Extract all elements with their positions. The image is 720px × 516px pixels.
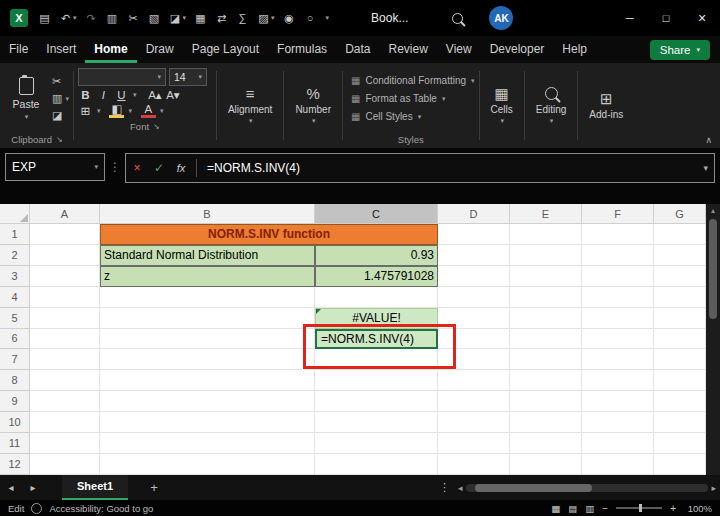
cell[interactable] [30,287,100,308]
font-size-select[interactable]: 14▾ [169,68,207,86]
next-sheet-button[interactable]: ▸ [22,482,44,493]
close-button[interactable]: × [684,0,720,36]
previous-sheet-button[interactable]: ◂ [0,482,22,493]
redo-button[interactable]: ↷ [81,12,102,25]
row-header-4[interactable]: 4 [0,287,30,308]
zoom-slider[interactable] [616,507,662,509]
scroll-left-icon[interactable]: ◂ [458,483,463,493]
format-painter-button[interactable]: ◪ [52,109,69,122]
cell[interactable] [510,349,582,370]
cell[interactable] [100,308,315,329]
cell[interactable] [654,370,706,391]
cell[interactable] [315,287,438,308]
cell[interactable] [100,391,315,412]
row-header-1[interactable]: 1 [0,224,30,245]
cell[interactable] [582,412,654,433]
cell[interactable] [438,308,510,329]
cell[interactable] [30,391,100,412]
cell[interactable] [510,266,582,287]
add-sheet-button[interactable]: + [144,480,164,495]
decrease-font-button[interactable]: A▾ [165,88,180,102]
name-box[interactable]: EXP ▾ [5,153,105,181]
cell[interactable] [654,349,706,370]
scroll-right-icon[interactable]: ▸ [711,483,716,493]
table-button[interactable]: ▦ [190,12,211,25]
more-commands-button[interactable]: ▾ [321,14,334,22]
cell[interactable] [582,391,654,412]
formula-input[interactable]: =NORM.S.INV(4) [201,161,703,175]
row-header-12[interactable]: 12 [0,454,30,475]
tab-formulas[interactable]: Formulas [268,36,336,63]
vertical-scrollbar-thumb[interactable] [709,219,717,319]
cell[interactable] [654,287,706,308]
enter-button[interactable]: ✓ [148,161,170,175]
cell[interactable] [582,349,654,370]
cell[interactable] [654,245,706,266]
copy-button[interactable]: ▥▾ [52,92,69,105]
picture-button[interactable]: ▧ [144,12,165,25]
format-as-table-button[interactable]: ▦Format as Table▾ [347,91,475,106]
cell[interactable] [30,224,100,245]
maximize-button[interactable]: □ [648,0,684,36]
cell[interactable] [315,370,438,391]
chart-button[interactable]: ▨▾ [253,12,279,25]
cell[interactable] [30,329,100,350]
cell-C5-value-error[interactable]: #VALUE! [315,308,438,329]
copy-button[interactable]: ▥ [102,12,123,25]
cell[interactable] [510,308,582,329]
cell-B2[interactable]: Standard Normal Distribution [100,245,315,266]
cell[interactable] [30,349,100,370]
column-header-D[interactable]: D [438,204,510,224]
zoom-out-button[interactable]: − [602,503,608,514]
cell[interactable] [315,391,438,412]
row-header-9[interactable]: 9 [0,391,30,412]
undo-button[interactable]: ↶▾ [55,12,81,25]
cell[interactable] [100,412,315,433]
cell[interactable] [30,412,100,433]
row-header-5[interactable]: 5 [0,308,30,329]
cancel-button[interactable]: × [126,161,148,175]
cell[interactable] [654,308,706,329]
cell[interactable] [582,433,654,454]
cell-styles-button[interactable]: ▦Cell Styles▾ [347,109,475,124]
row-header-10[interactable]: 10 [0,412,30,433]
column-header-C[interactable]: C [315,204,438,224]
horizontal-scrollbar[interactable]: ◂ ▸ [458,483,716,493]
cell[interactable] [100,329,315,350]
cell[interactable] [510,433,582,454]
add-ins-group-button[interactable]: ⊞ Add-ins [579,63,633,148]
accessibility-status[interactable]: Accessibility: Good to go [49,503,153,514]
cell[interactable] [315,349,438,370]
tab-insert[interactable]: Insert [37,36,85,63]
cell[interactable] [438,329,510,350]
horizontal-scrollbar-thumb[interactable] [475,484,592,492]
row-header-7[interactable]: 7 [0,349,30,370]
cell[interactable] [654,266,706,287]
cell[interactable] [582,308,654,329]
cell[interactable] [438,454,510,475]
collapse-ribbon-button[interactable]: ∧ [705,135,712,145]
column-header-F[interactable]: F [582,204,654,224]
cell-C3[interactable]: 1.475791028 [315,266,438,287]
cell[interactable] [315,412,438,433]
number-group-button[interactable]: % Number ▾ [285,63,341,148]
cell-B3[interactable]: z [100,266,315,287]
sheet-tab-sheet1[interactable]: Sheet1 [62,475,128,500]
zoom-in-button[interactable]: + [670,503,676,514]
minimize-button[interactable]: ─ [612,0,648,36]
row-header-8[interactable]: 8 [0,370,30,391]
cell[interactable] [510,245,582,266]
tab-developer[interactable]: Developer [481,36,554,63]
cell[interactable] [654,412,706,433]
contact-button[interactable]: ◉ [279,12,300,25]
cells-group-button[interactable]: ▦ Cells ▾ [481,63,523,148]
cell[interactable] [438,391,510,412]
select-all-button[interactable] [0,204,30,224]
cell[interactable] [438,245,510,266]
cell[interactable] [100,287,315,308]
cell-C6-active-formula[interactable]: =NORM.S.INV(4) [315,329,438,350]
tab-data[interactable]: Data [336,36,379,63]
increase-font-button[interactable]: A▴ [147,88,162,102]
tab-draw[interactable]: Draw [137,36,183,63]
page-break-view-button[interactable]: ▥ [585,503,594,514]
